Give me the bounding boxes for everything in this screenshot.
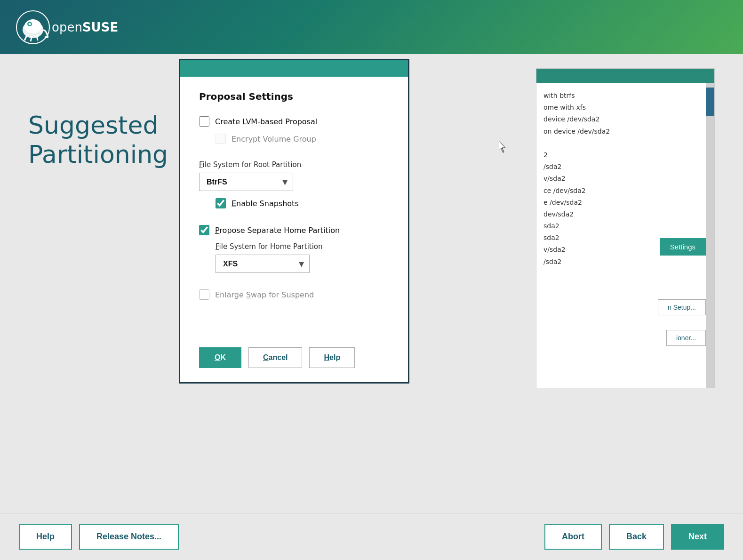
encrypt-vg-row: Encrypt Volume Group [216,134,389,144]
release-notes-button[interactable]: Release Notes... [79,524,179,550]
encrypt-vg-checkbox [216,134,226,144]
dialog-title: Proposal Settings [199,91,389,102]
abort-button[interactable]: Abort [544,524,602,550]
enable-snapshots-checkbox[interactable] [216,198,226,208]
root-fs-select[interactable]: BtrFS Ext4 XFS [199,173,293,191]
svg-point-5 [30,23,31,24]
home-fs-select[interactable]: XFS Ext4 BtrFS [216,255,310,273]
mouse-cursor-icon [499,141,508,152]
home-fs-label: File System for Home Partition [216,242,389,251]
setup-button[interactable]: n Setup... [658,299,706,315]
main-content: SuggestedPartitioning with btrfs ome wit… [0,54,743,513]
svg-point-4 [29,23,31,25]
propose-home-row: Propose Separate Home Partition [199,225,389,235]
next-button[interactable]: Next [671,524,724,550]
enlarge-swap-label[interactable]: Enlarge Swap for Suspend [215,290,314,299]
header: openSUSE [0,0,743,54]
footer-left: Help Release Notes... [19,524,179,550]
home-fs-select-wrapper: XFS Ext4 BtrFS ▼ [216,255,310,273]
encrypt-vg-label: Encrypt Volume Group [232,135,316,144]
propose-home-checkbox[interactable] [199,225,209,235]
svg-point-2 [24,19,41,33]
enable-snapshots-row: Enable Snapshots [216,198,389,208]
logo: openSUSE [14,8,118,46]
scrollbar[interactable] [706,83,714,388]
dialog-body: Proposal Settings Create LVM-based Propo… [180,77,408,338]
page-title: SuggestedPartitioning [28,111,179,169]
cancel-button[interactable]: Cancel [248,347,302,368]
ok-button[interactable]: OK [199,347,241,368]
create-lvm-label[interactable]: Create LVM-based Proposal [215,117,317,126]
back-button[interactable]: Back [609,524,664,550]
help-footer-button[interactable]: Help [19,524,72,550]
proposal-settings-dialog: Proposal Settings Create LVM-based Propo… [179,59,409,384]
propose-home-label[interactable]: Propose Separate Home Partition [215,226,340,235]
footer: Help Release Notes... Abort Back Next [0,513,743,560]
bg-panel: with btrfs ome with xfs device /dev/sda2… [536,68,715,388]
root-fs-label: File System for Root Partition [199,160,389,169]
scrollbar-thumb[interactable] [706,88,714,116]
create-lvm-checkbox[interactable] [199,116,209,127]
enlarge-swap-row: Enlarge Swap for Suspend [199,289,389,300]
root-fs-select-wrapper: BtrFS Ext4 XFS ▼ [199,173,293,191]
footer-right: Abort Back Next [544,524,724,550]
bg-panel-header [536,69,714,83]
partitioner-button[interactable]: ioner... [666,330,706,346]
settings-button[interactable]: Settings [660,238,706,256]
create-lvm-row: Create LVM-based Proposal [199,116,389,127]
dialog-header [180,60,408,77]
logo-text: openSUSE [52,20,118,34]
opensuse-logo-icon [14,8,52,46]
enlarge-swap-checkbox[interactable] [199,289,209,300]
help-button[interactable]: Help [309,347,355,368]
enable-snapshots-label[interactable]: Enable Snapshots [232,199,299,208]
dialog-footer: OK Cancel Help [180,338,408,382]
